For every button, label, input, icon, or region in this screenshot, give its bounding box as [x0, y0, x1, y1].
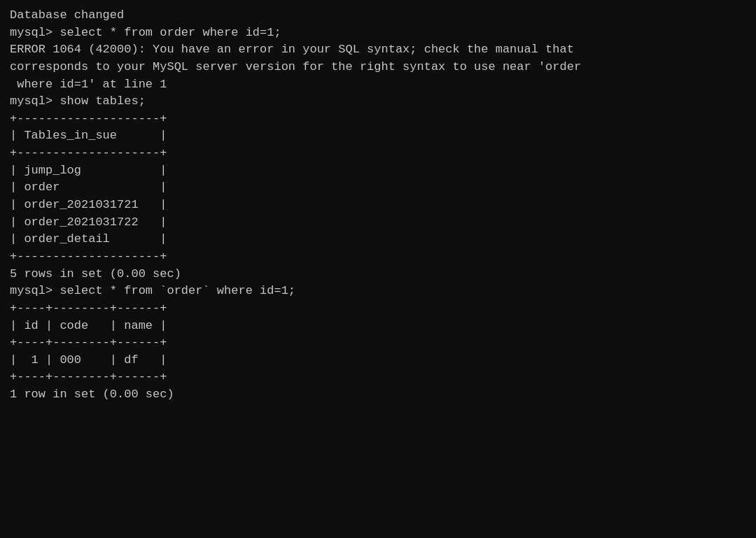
terminal-line: where id=1' at line 1	[10, 76, 746, 94]
terminal-line: 5 rows in set (0.00 sec)	[10, 266, 746, 283]
terminal-line: | order_detail |	[10, 231, 746, 248]
terminal-line: +----+--------+------+	[10, 300, 746, 318]
terminal-line: | 1 | 000 | df |	[10, 352, 746, 369]
terminal-line: +--------------------+	[10, 248, 746, 266]
terminal-line: +----+--------+------+	[10, 369, 746, 386]
terminal-line: mysql> select * from `order` where id=1;	[10, 283, 746, 300]
terminal-line: | order |	[10, 179, 746, 197]
terminal-line: ERROR 1064 (42000): You have an error in…	[10, 41, 746, 59]
terminal-line: Database changed	[10, 7, 746, 24]
terminal-line: +----+--------+------+	[10, 334, 746, 352]
terminal-line: mysql> show tables;	[10, 93, 746, 111]
terminal-line: +--------------------+	[10, 145, 746, 162]
terminal-line: | jump_log |	[10, 162, 746, 180]
terminal-line: | order_2021031722 |	[10, 214, 746, 232]
terminal-line: +--------------------+	[10, 111, 746, 128]
terminal-line: mysql> select * from order where id=1;	[10, 24, 746, 42]
terminal-line: 1 row in set (0.00 sec)	[10, 386, 746, 404]
terminal-line: | order_2021031721 |	[10, 197, 746, 214]
terminal-line: | id | code | name |	[10, 318, 746, 335]
terminal-line: corresponds to your MySQL server version…	[10, 59, 746, 76]
terminal-output: Database changedmysql> select * from ord…	[10, 7, 746, 404]
terminal-line: | Tables_in_sue |	[10, 127, 746, 145]
